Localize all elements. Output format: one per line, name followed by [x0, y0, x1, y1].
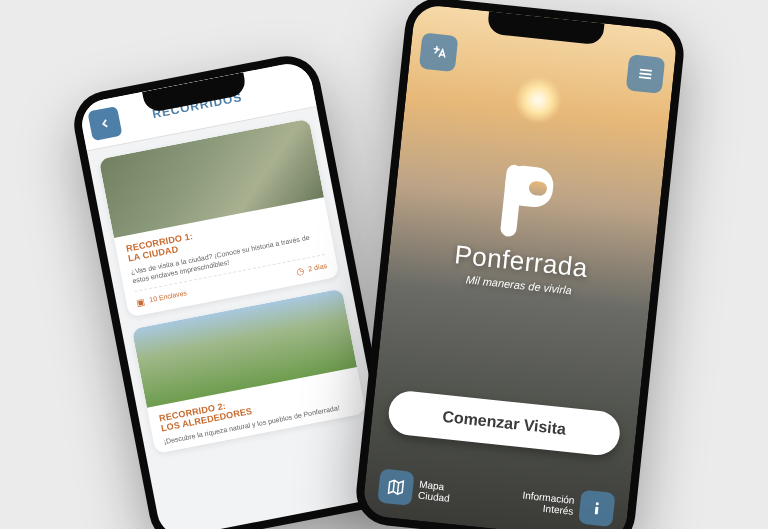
phone-mockup-home: Ponferrada Mil maneras de vivirla Comenz… [353, 0, 687, 529]
svg-line-1 [640, 73, 652, 74]
route-duration: 2 días [308, 262, 328, 273]
language-button[interactable] [419, 33, 459, 73]
info-label-line2: Interés [542, 503, 574, 517]
phone-mockup-routes: RECORRIDOS RECORRIDO 1: LA CIUDAD ¿Vas d… [68, 50, 401, 529]
hamburger-icon [636, 64, 656, 84]
map-pin-icon: ▣ [136, 296, 147, 308]
svg-point-6 [596, 502, 599, 505]
svg-marker-3 [389, 480, 404, 495]
svg-line-2 [639, 77, 651, 78]
route-enclaves: 10 Enclaves [149, 289, 188, 303]
chevron-left-icon [97, 115, 113, 131]
translate-icon [429, 42, 449, 62]
clock-icon: ◷ [296, 265, 306, 276]
menu-button[interactable] [626, 54, 666, 94]
brand-logo [494, 163, 561, 241]
info-icon [587, 498, 607, 518]
svg-line-4 [393, 480, 394, 491]
svg-line-5 [397, 483, 398, 494]
svg-line-0 [640, 70, 652, 71]
route-card[interactable]: RECORRIDO 1: LA CIUDAD ¿Vas de visita a … [99, 119, 340, 318]
back-button[interactable] [87, 105, 122, 140]
map-icon [386, 477, 406, 497]
route-card[interactable]: RECORRIDO 2: LOS ALREDEDORES ¡Descubre l… [132, 288, 366, 453]
map-label-line2: Ciudad [418, 490, 451, 504]
svg-rect-7 [595, 507, 599, 515]
